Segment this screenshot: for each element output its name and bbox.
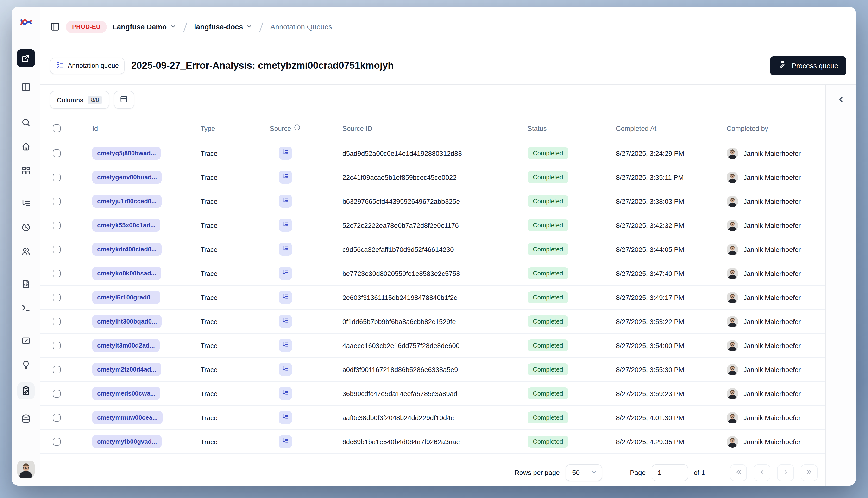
panel-expand-chevron-left-icon[interactable]: [837, 95, 845, 105]
table-view-icon[interactable]: [21, 82, 31, 92]
trace-source-chip[interactable]: [279, 411, 292, 424]
datasets-database-icon[interactable]: [21, 414, 30, 423]
trace-source-chip[interactable]: [279, 171, 292, 184]
item-id-badge[interactable]: cmetyju1r00ccad0...: [92, 195, 161, 208]
item-id-badge[interactable]: cmetymmuw00cea...: [92, 411, 162, 424]
next-page-button[interactable]: [777, 464, 794, 481]
trace-source-chip[interactable]: [279, 387, 292, 400]
users-icon[interactable]: [21, 247, 30, 256]
trace-source-chip[interactable]: [279, 339, 292, 352]
header-type[interactable]: Type: [200, 124, 270, 132]
type-cell: Trace: [200, 173, 270, 181]
avatar: [727, 340, 738, 351]
row-checkbox[interactable]: [53, 438, 61, 445]
breadcrumb: PROD-EU Langfuse Demo langfuse-docs Anno…: [40, 7, 856, 47]
playground-terminal-icon[interactable]: [21, 303, 30, 313]
row-checkbox[interactable]: [53, 414, 61, 421]
prompts-file-code-icon[interactable]: [21, 279, 30, 289]
sessions-clock-icon[interactable]: [21, 223, 30, 232]
item-id-badge[interactable]: cmetylt3m00d2ad...: [92, 339, 160, 352]
table-row[interactable]: cmetykdr400ciad0... Trace c9d56ca32efaff…: [40, 237, 825, 262]
row-checkbox[interactable]: [53, 173, 61, 181]
open-external-button[interactable]: [16, 49, 35, 67]
table-row[interactable]: cmetymyfb00gvad... Trace 8dc69b1ba1e540b…: [40, 430, 825, 454]
page-input[interactable]: [651, 464, 688, 481]
table-row[interactable]: cmetymmuw00cea... Trace aaf0c38db0f3f204…: [40, 406, 825, 430]
trace-source-chip[interactable]: [279, 315, 292, 328]
org-selector[interactable]: Langfuse Demo: [113, 23, 176, 31]
annotation-queues-active-item[interactable]: [17, 382, 34, 399]
first-page-button[interactable]: [730, 464, 747, 481]
table-row[interactable]: cmetyk55x00c1ad... Trace 52c72c2222ea78e…: [40, 213, 825, 237]
row-checkbox[interactable]: [53, 317, 61, 325]
rows-per-page-label: Rows per page: [515, 469, 560, 476]
item-id-badge[interactable]: cmetym2fz00d4ad...: [92, 363, 161, 376]
row-checkbox[interactable]: [53, 366, 61, 373]
item-id-badge[interactable]: cmetymyfb00gvad...: [92, 435, 162, 448]
trace-source-chip[interactable]: [279, 195, 292, 208]
row-checkbox[interactable]: [53, 342, 61, 349]
previous-page-button[interactable]: [753, 464, 770, 481]
trace-source-chip[interactable]: [279, 291, 292, 304]
process-queue-button[interactable]: Process queue: [770, 56, 846, 75]
table-row[interactable]: cmetymeds00cwa... Trace 36b90cdfc47e5da1…: [40, 382, 825, 406]
last-page-button[interactable]: [801, 464, 817, 481]
columns-button[interactable]: Columns 8/8: [50, 91, 109, 109]
source-id-cell: 52c72c2222ea78e0b7a72d8f2e0c1176: [342, 221, 528, 229]
completed-at-cell: 8/27/2025, 3:55:30 PM: [616, 366, 727, 373]
home-icon[interactable]: [21, 142, 30, 152]
header-completed-by[interactable]: Completed by: [727, 124, 825, 132]
project-selector[interactable]: langfuse-docs: [194, 23, 252, 31]
row-checkbox[interactable]: [53, 390, 61, 397]
item-id-badge[interactable]: cmetyko0k00bsad...: [92, 267, 161, 280]
tracing-list-tree-icon[interactable]: [21, 198, 30, 208]
header-source[interactable]: Source: [270, 124, 342, 132]
completed-at-cell: 8/27/2025, 3:35:11 PM: [616, 173, 727, 181]
table-row[interactable]: cmetyl5r100grad0... Trace 2e603f31361115…: [40, 286, 825, 310]
completed-by-cell: Jannik Maierhoefer: [727, 364, 825, 375]
row-checkbox[interactable]: [53, 293, 61, 301]
search-icon[interactable]: [21, 118, 30, 127]
header-id[interactable]: Id: [92, 124, 200, 132]
user-avatar[interactable]: [17, 460, 34, 478]
avatar: [727, 244, 738, 255]
item-id-badge[interactable]: cmetymeds00cwa...: [92, 387, 160, 400]
header-status[interactable]: Status: [528, 124, 616, 132]
queue-badge-label: Annotation queue: [68, 62, 119, 69]
row-checkbox[interactable]: [53, 270, 61, 277]
trace-source-chip[interactable]: [279, 219, 292, 232]
row-checkbox[interactable]: [53, 221, 61, 229]
table-row[interactable]: cmetyko0k00bsad... Trace be7723e30d80205…: [40, 262, 825, 286]
rows-per-page-select[interactable]: 50: [566, 464, 602, 481]
status-badge: Completed: [528, 219, 568, 231]
trace-source-chip[interactable]: [279, 243, 292, 256]
avatar: [727, 316, 738, 327]
item-id-badge[interactable]: cmetyk55x00c1ad...: [92, 219, 160, 232]
table-row[interactable]: cmetyju1r00ccad0... Trace b63297665cfd44…: [40, 189, 825, 213]
item-id-badge[interactable]: cmetyg5j800bwad...: [92, 147, 160, 160]
select-all-checkbox[interactable]: [53, 124, 61, 132]
trace-source-chip[interactable]: [279, 147, 292, 160]
item-id-badge[interactable]: cmetygeov00buad...: [92, 171, 162, 184]
header-completed-at[interactable]: Completed At: [616, 124, 727, 132]
item-id-badge[interactable]: cmetykdr400ciad0...: [92, 243, 161, 256]
table-row[interactable]: cmetylt3m00d2ad... Trace 4aaece1603cb2e1…: [40, 333, 825, 358]
item-id-badge[interactable]: cmetyl5r100grad0...: [92, 291, 160, 304]
table-row[interactable]: cmetygeov00buad... Trace 22c41f09acae5b1…: [40, 165, 825, 189]
table-row[interactable]: cmetylht300bqad0... Trace 0f1dd65b7bb9bf…: [40, 310, 825, 333]
header-source-id[interactable]: Source ID: [342, 124, 528, 132]
trace-source-chip[interactable]: [279, 267, 292, 280]
table-row[interactable]: cmetyg5j800bwad... Trace d5ad9d52a00c6e1…: [40, 141, 825, 165]
trace-source-chip[interactable]: [279, 435, 292, 448]
row-checkbox[interactable]: [53, 245, 61, 253]
sidebar-toggle-icon[interactable]: [50, 22, 60, 32]
lightbulb-icon[interactable]: [21, 360, 30, 370]
row-checkbox[interactable]: [53, 197, 61, 205]
item-id-badge[interactable]: cmetylht300bqad0...: [92, 315, 162, 328]
scores-percent-icon[interactable]: [21, 336, 30, 345]
row-height-button[interactable]: [114, 91, 134, 109]
row-checkbox[interactable]: [53, 149, 61, 157]
dashboard-icon[interactable]: [21, 166, 30, 175]
trace-source-chip[interactable]: [279, 363, 292, 376]
table-row[interactable]: cmetym2fz00d4ad... Trace a0df3f901167218…: [40, 358, 825, 382]
